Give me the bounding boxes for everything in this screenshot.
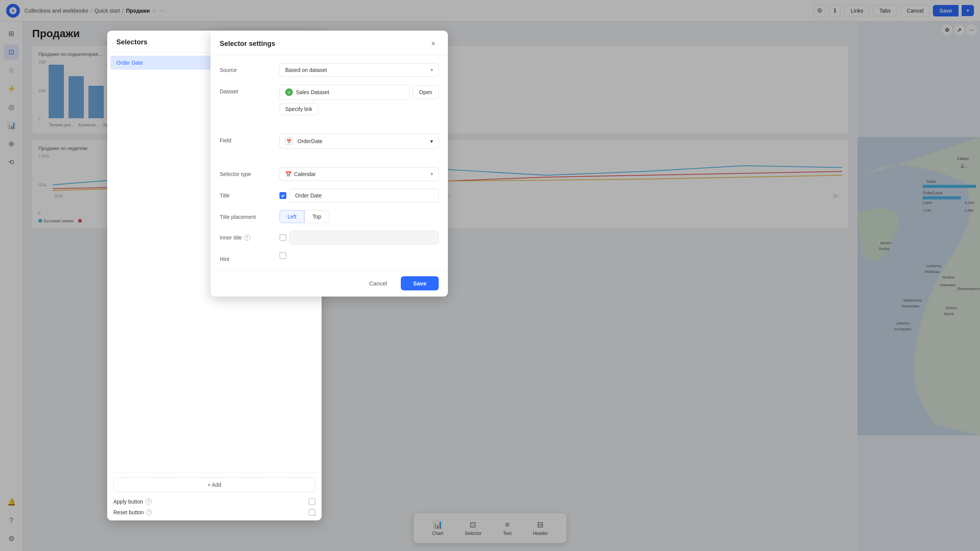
inner-title-input[interactable] <box>289 231 439 245</box>
title-input-row <box>279 189 439 202</box>
reset-button-label: Reset button ? <box>113 509 152 515</box>
selector-type-value: Calendar <box>294 171 316 177</box>
selector-type-control: 📅 Calendar ▾ <box>279 167 439 181</box>
title-row-label: Title <box>220 189 273 199</box>
dataset-input: ⊙ Sales Dataset <box>279 85 410 100</box>
title-row: Title <box>220 189 439 202</box>
source-chevron-icon: ▾ <box>431 67 433 73</box>
title-placement-control: Left Top <box>279 210 439 223</box>
inner-title-row: Inner title ? <box>220 231 439 245</box>
apply-button-row: Apply button ? <box>113 498 315 505</box>
reset-button-checkbox[interactable] <box>309 509 315 516</box>
selector-type-label: Selector type <box>220 167 273 177</box>
inner-title-checkbox[interactable] <box>279 234 286 241</box>
title-placement-row: Title placement Left Top <box>220 210 439 223</box>
dataset-icon: ⊙ <box>285 88 293 96</box>
dataset-name: Sales Dataset <box>296 89 329 95</box>
placement-left-button[interactable]: Left <box>279 210 304 223</box>
specify-link-button[interactable]: Specify link <box>279 103 318 115</box>
field-value: OrderDate <box>297 138 322 144</box>
dataset-row: Dataset ⊙ Sales Dataset Open Specify lin… <box>220 85 439 115</box>
title-control <box>279 189 439 202</box>
dataset-input-row: ⊙ Sales Dataset Open <box>279 85 439 100</box>
source-control: Based on dataset ▾ <box>279 63 439 77</box>
field-dropdown[interactable]: 📅 OrderDate ▾ <box>279 134 439 149</box>
dataset-label: Dataset <box>220 85 273 95</box>
reset-button-row: Reset button ? <box>113 509 315 516</box>
settings-dialog: Selector settings × Source Based on data… <box>211 31 448 297</box>
placement-buttons: Left Top <box>279 210 439 223</box>
reset-help-icon[interactable]: ? <box>146 509 152 515</box>
settings-dialog-header: Selector settings × <box>211 31 448 55</box>
settings-cancel-button[interactable]: Cancel <box>360 276 396 290</box>
source-dropdown[interactable]: Based on dataset ▾ <box>279 63 439 77</box>
title-input[interactable] <box>289 189 439 202</box>
inner-title-help-icon[interactable]: ? <box>244 235 250 241</box>
apply-button-checkbox[interactable] <box>309 498 315 505</box>
field-row: Field 📅 OrderDate ▾ <box>220 134 439 149</box>
inner-title-control <box>279 231 439 245</box>
field-label: Field <box>220 134 273 143</box>
source-row: Source Based on dataset ▾ <box>220 63 439 77</box>
selectors-footer: Apply button ? Reset button ? <box>113 498 315 516</box>
field-calendar-icon: 📅 <box>285 137 293 145</box>
inner-title-label: Inner title ? <box>220 231 273 241</box>
settings-dialog-body: Source Based on dataset ▾ Dataset ⊙ Sale… <box>211 55 448 270</box>
title-checkbox[interactable] <box>279 192 286 199</box>
title-placement-label: Title placement <box>220 210 273 220</box>
open-dataset-button[interactable]: Open <box>413 85 439 99</box>
hint-checkbox[interactable] <box>279 252 286 259</box>
selector-type-row: Selector type 📅 Calendar ▾ <box>220 167 439 181</box>
inner-title-input-row <box>279 231 439 245</box>
settings-save-button[interactable]: Save <box>401 276 439 290</box>
selector-type-dropdown[interactable]: 📅 Calendar ▾ <box>279 167 439 181</box>
hint-control <box>279 252 439 259</box>
selectors-dialog-title: Selectors <box>116 38 147 46</box>
settings-dialog-footer: Cancel Save <box>211 270 448 297</box>
dataset-control: ⊙ Sales Dataset Open Specify link <box>279 85 439 115</box>
placement-top-button[interactable]: Top <box>304 210 329 223</box>
calendar-icon: 📅 <box>285 171 292 177</box>
field-chevron-icon: ▾ <box>430 138 433 144</box>
close-dialog-button[interactable]: × <box>428 38 439 49</box>
selector-type-chevron-icon: ▾ <box>431 171 433 177</box>
apply-button-label: Apply button ? <box>113 499 152 505</box>
add-selector-button[interactable]: + Add <box>113 478 315 492</box>
field-control: 📅 OrderDate ▾ <box>279 134 439 149</box>
source-label: Source <box>220 63 273 73</box>
hint-label: Hint <box>220 252 273 262</box>
apply-help-icon[interactable]: ? <box>145 499 152 505</box>
settings-dialog-title: Selector settings <box>220 40 275 48</box>
hint-row: Hint <box>220 252 439 262</box>
source-value: Based on dataset <box>285 67 327 73</box>
